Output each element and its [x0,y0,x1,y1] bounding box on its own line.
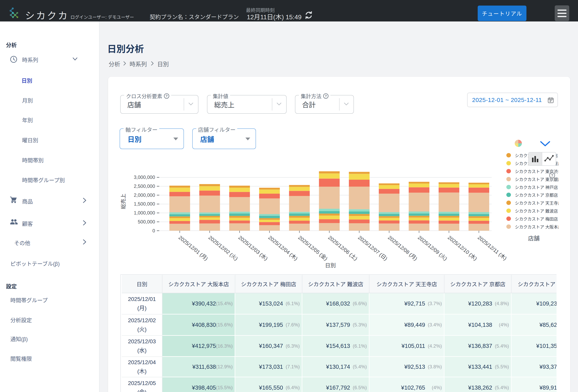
svg-text:2025/12/06 (土): 2025/12/06 (土) [327,234,359,262]
svg-text:?: ? [166,94,168,98]
svg-text:2025/12/11 (木): 2025/12/11 (木) [477,234,508,261]
svg-text:2025/12/03 (水): 2025/12/03 (水) [237,234,269,262]
svg-text:1,500,000: 1,500,000 [134,201,155,206]
svg-text:2025/12/04 (木): 2025/12/04 (木) [267,234,299,262]
svg-text:2025/12/05 (金): 2025/12/05 (金) [297,234,329,262]
svg-text:?: ? [325,94,327,98]
svg-text:1,000,000: 1,000,000 [134,210,155,215]
svg-text:2025/12/08 (月): 2025/12/08 (月) [387,234,418,262]
svg-text:2025/12/01 (月): 2025/12/01 (月) [177,234,209,262]
svg-text:0: 0 [152,228,155,233]
svg-text:2,500,000: 2,500,000 [134,184,155,189]
svg-text:?: ? [551,173,553,178]
svg-text:3,000,000: 3,000,000 [134,175,155,180]
svg-text:総売上: 総売上 [120,194,126,209]
svg-text:2025/12/09 (火): 2025/12/09 (火) [417,234,448,262]
svg-text:2025/12/02 (火): 2025/12/02 (火) [207,234,239,262]
svg-text:2025/12/07 (日): 2025/12/07 (日) [357,234,388,262]
svg-text:日別: 日別 [325,263,336,269]
svg-text:2,000,000: 2,000,000 [134,193,155,198]
svg-text:500,000: 500,000 [138,219,155,224]
svg-text:2025/12/10 (水): 2025/12/10 (水) [447,234,478,262]
